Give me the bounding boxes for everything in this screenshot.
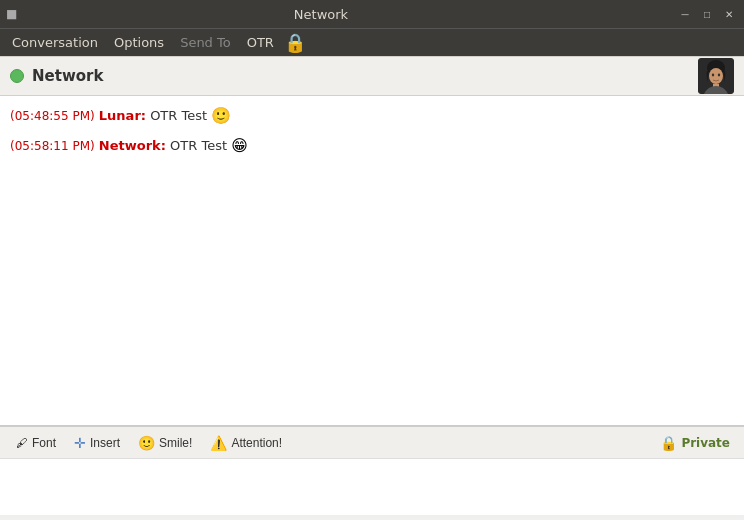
chat-area[interactable]: (05:48:55 PM) Lunar: OTR Test 🙂 (05:58:1…	[0, 96, 744, 426]
maximize-button[interactable]: □	[698, 5, 716, 23]
font-button[interactable]: 🖋 Font	[8, 434, 64, 452]
title-bar-left: ■	[6, 7, 26, 21]
menu-bar: Conversation Options Send To OTR 🔒	[0, 28, 744, 56]
private-icon: 🔒	[660, 435, 677, 451]
menu-otr[interactable]: OTR	[239, 31, 282, 54]
message-emoji: 🙂	[211, 106, 231, 125]
insert-icon: ✛	[74, 435, 86, 451]
close-button[interactable]: ✕	[720, 5, 738, 23]
message-text: OTR Test	[170, 138, 231, 153]
smile-label: Smile!	[159, 436, 192, 450]
smile-icon: 🙂	[138, 435, 155, 451]
contact-info: Network	[10, 67, 103, 85]
chat-messages: (05:48:55 PM) Lunar: OTR Test 🙂 (05:58:1…	[10, 104, 734, 158]
toolbar: 🖋 Font ✛ Insert 🙂 Smile! ⚠️ Attention! 🔒…	[0, 427, 744, 459]
otr-icon: 🔒	[284, 32, 306, 53]
chat-message: (05:58:11 PM) Network: OTR Test 😁	[10, 134, 730, 158]
contact-avatar	[698, 58, 734, 94]
menu-options[interactable]: Options	[106, 31, 172, 54]
window-title: Network	[26, 7, 616, 22]
insert-label: Insert	[90, 436, 120, 450]
input-area: 🖋 Font ✛ Insert 🙂 Smile! ⚠️ Attention! 🔒…	[0, 426, 744, 518]
menu-conversation[interactable]: Conversation	[4, 31, 106, 54]
contact-bar: Network	[0, 56, 744, 96]
minimize-button[interactable]: ─	[676, 5, 694, 23]
private-label: Private	[681, 436, 730, 450]
online-status-dot	[10, 69, 24, 83]
smile-button[interactable]: 🙂 Smile!	[130, 433, 200, 453]
insert-button[interactable]: ✛ Insert	[66, 433, 128, 453]
chat-message: (05:48:55 PM) Lunar: OTR Test 🙂	[10, 104, 730, 128]
title-bar: ■ Network ─ □ ✕	[0, 0, 744, 28]
message-timestamp: (05:58:11 PM)	[10, 139, 95, 153]
contact-name: Network	[32, 67, 103, 85]
message-text: OTR Test	[150, 108, 211, 123]
font-icon: 🖋	[16, 436, 28, 450]
message-sender: Network:	[99, 138, 166, 153]
attention-button[interactable]: ⚠️ Attention!	[202, 433, 290, 453]
attention-icon: ⚠️	[210, 435, 227, 451]
message-sender: Lunar:	[99, 108, 146, 123]
svg-point-2	[709, 68, 723, 84]
font-label: Font	[32, 436, 56, 450]
private-button[interactable]: 🔒 Private	[654, 433, 736, 453]
message-emoji: 😁	[231, 136, 248, 155]
svg-point-3	[712, 74, 714, 77]
message-timestamp: (05:48:55 PM)	[10, 109, 95, 123]
svg-point-4	[718, 74, 720, 77]
message-input[interactable]	[0, 459, 744, 515]
attention-label: Attention!	[231, 436, 282, 450]
window-icon: ■	[6, 7, 20, 21]
window-controls: ─ □ ✕	[676, 5, 738, 23]
menu-send-to: Send To	[172, 31, 239, 54]
